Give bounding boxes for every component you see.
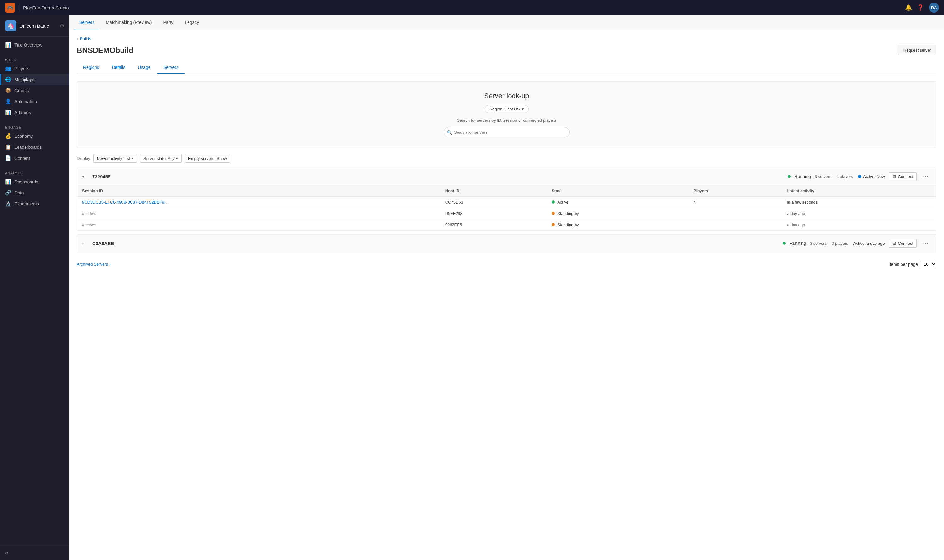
sidebar-item-groups[interactable]: 📦Groups bbox=[0, 85, 69, 96]
sidebar-item-data[interactable]: 🔗Data bbox=[0, 187, 69, 198]
economy-label: Economy bbox=[14, 134, 33, 139]
table-row: InactiveD5EF293Standing bya day ago bbox=[77, 208, 936, 219]
notification-icon[interactable]: 🔔 bbox=[905, 4, 912, 11]
chevron-down-icon: ▾ bbox=[522, 107, 524, 111]
tab-servers[interactable]: Servers bbox=[74, 15, 99, 30]
server-group-toggle-7329455[interactable]: ▾ bbox=[82, 174, 88, 179]
sidebar-collapse-btn[interactable]: « bbox=[0, 546, 69, 560]
user-avatar[interactable]: RA bbox=[929, 3, 939, 12]
region-selector: Region: East US ▾ bbox=[85, 105, 929, 113]
addons-icon: 📊 bbox=[5, 109, 11, 115]
search-input[interactable] bbox=[444, 127, 570, 137]
activity-filter-button[interactable]: Newer activity first ▾ bbox=[94, 154, 137, 163]
settings-icon[interactable]: ⚙ bbox=[60, 23, 64, 29]
state-dot-2 bbox=[551, 223, 555, 226]
breadcrumb[interactable]: ‹ Builds bbox=[77, 37, 936, 41]
sidebar-item-overview[interactable]: 📊 Title Overview bbox=[0, 39, 69, 50]
connect-button-C3A9AEE[interactable]: 🖥Connect bbox=[889, 239, 916, 248]
breadcrumb-arrow-icon: ‹ bbox=[77, 37, 78, 41]
more-button-7329455[interactable]: ⋯ bbox=[920, 172, 931, 181]
player-count-C3A9AEE: 0 players bbox=[832, 241, 849, 246]
logo-icon: 🎮 bbox=[7, 5, 13, 11]
archived-servers-link[interactable]: Archived Servers › bbox=[77, 262, 111, 266]
server-groups-container: ▾7329455Running3 servers4 playersActive:… bbox=[77, 168, 936, 252]
app-icon: 🦄 bbox=[5, 20, 16, 31]
activity-cell-2: a day ago bbox=[782, 219, 936, 231]
region-button[interactable]: Region: East US ▾ bbox=[485, 105, 528, 113]
state-dot-1 bbox=[551, 212, 555, 215]
multiplayer-icon: 🌐 bbox=[5, 77, 11, 82]
connect-button-7329455[interactable]: 🖥Connect bbox=[889, 172, 916, 181]
host-id-cell-2: 9962EE5 bbox=[440, 219, 547, 231]
state-filter-label: Server state: Any bbox=[143, 156, 175, 161]
server-lookup-panel: Server look-up Region: East US ▾ Search … bbox=[77, 82, 936, 148]
dashboards-label: Dashboards bbox=[14, 179, 38, 185]
state-cell-0: Active bbox=[547, 197, 688, 208]
sidebar-item-leaderboards[interactable]: 📋Leaderboards bbox=[0, 142, 69, 152]
sidebar-section-analyze: ANALYZE📊Dashboards🔗Data🔬Experiments bbox=[0, 166, 69, 212]
server-group-toggle-C3A9AEE[interactable]: › bbox=[82, 241, 88, 246]
help-icon[interactable]: ❓ bbox=[917, 4, 924, 11]
region-label: Region: East US bbox=[489, 107, 519, 111]
data-label: Data bbox=[14, 190, 24, 195]
content-tab-usage[interactable]: Usage bbox=[131, 62, 157, 74]
session-link-0[interactable]: 9CD8DCB5-EFC8-490B-8C87-DB4F52DBF9... bbox=[82, 200, 168, 205]
monitor-icon: 🖥 bbox=[892, 174, 896, 179]
session-id-cell-1: Inactive bbox=[77, 208, 440, 219]
players-icon: 👥 bbox=[5, 65, 11, 71]
players-cell-0: 4 bbox=[688, 197, 782, 208]
col-header-3: Players bbox=[688, 185, 782, 197]
content-tab-regions[interactable]: Regions bbox=[77, 62, 105, 74]
sidebar-item-addons[interactable]: 📊Add-ons bbox=[0, 107, 69, 118]
server-group-status-7329455: Running bbox=[795, 174, 811, 179]
sidebar-item-dashboards[interactable]: 📊Dashboards bbox=[0, 176, 69, 187]
server-group-C3A9AEE: ›C3A9AEERunning3 servers0 playersActive:… bbox=[77, 234, 936, 252]
automation-label: Automation bbox=[14, 99, 37, 104]
empty-filter-button[interactable]: Empty servers: Show bbox=[185, 154, 230, 163]
leaderboards-icon: 📋 bbox=[5, 144, 11, 150]
sidebar-section-engage: ENGAGE💰Economy📋Leaderboards📄Content bbox=[0, 120, 69, 166]
sidebar-section-build: BUILD👥Players🌐Multiplayer📦Groups👤Automat… bbox=[0, 53, 69, 120]
sidebar-section-label-build: BUILD bbox=[0, 55, 69, 63]
active-dot-7329455 bbox=[858, 175, 861, 178]
content-tab-details[interactable]: Details bbox=[105, 62, 131, 74]
display-label: Display bbox=[77, 156, 90, 161]
tab-legacy[interactable]: Legacy bbox=[180, 15, 204, 30]
sidebar-header: 🦄 Unicorn Battle ⚙ bbox=[0, 15, 69, 37]
server-group-7329455: ▾7329455Running3 servers4 playersActive:… bbox=[77, 168, 936, 231]
server-group-header-C3A9AEE: ›C3A9AEERunning3 servers0 playersActive:… bbox=[77, 235, 936, 252]
sidebar-item-automation[interactable]: 👤Automation bbox=[0, 96, 69, 107]
sidebar-item-multiplayer[interactable]: 🌐Multiplayer bbox=[0, 74, 69, 85]
sidebar-item-players[interactable]: 👥Players bbox=[0, 63, 69, 74]
sidebar-section-label-engage: ENGAGE bbox=[0, 123, 69, 131]
server-group-header-7329455: ▾7329455Running3 servers4 playersActive:… bbox=[77, 168, 936, 185]
archived-chevron-icon: › bbox=[109, 262, 111, 266]
experiments-icon: 🔬 bbox=[5, 201, 11, 207]
table-row: Inactive9962EE5Standing bya day ago bbox=[77, 219, 936, 231]
active-status-7329455: Active: Now bbox=[858, 174, 885, 179]
sidebar-item-content[interactable]: 📄Content bbox=[0, 152, 69, 164]
sidebar: 🦄 Unicorn Battle ⚙ 📊 Title Overview BUIL… bbox=[0, 15, 69, 560]
content-icon: 📄 bbox=[5, 155, 11, 161]
more-button-C3A9AEE[interactable]: ⋯ bbox=[920, 238, 931, 248]
request-server-button[interactable]: Request server bbox=[898, 45, 936, 55]
filter-bar: Display Newer activity first ▾ Server st… bbox=[77, 154, 936, 163]
players-cell-2 bbox=[688, 219, 782, 231]
tab-matchmaking[interactable]: Matchmaking (Preview) bbox=[101, 15, 157, 30]
table-row: 9CD8DCB5-EFC8-490B-8C87-DB4F52DBF9...CC7… bbox=[77, 197, 936, 208]
sidebar-item-economy[interactable]: 💰Economy bbox=[0, 131, 69, 142]
breadcrumb-label: Builds bbox=[80, 37, 91, 41]
multiplayer-label: Multiplayer bbox=[14, 77, 36, 82]
active-status-C3A9AEE: Active: a day ago bbox=[853, 241, 885, 246]
economy-icon: 💰 bbox=[5, 133, 11, 139]
tab-party[interactable]: Party bbox=[158, 15, 179, 30]
page-title: BNSDEMObuild bbox=[77, 46, 133, 55]
addons-label: Add-ons bbox=[14, 110, 31, 115]
inactive-label-2: Inactive bbox=[82, 222, 96, 227]
state-filter-button[interactable]: Server state: Any ▾ bbox=[140, 154, 182, 163]
content-tab-servers[interactable]: Servers bbox=[157, 62, 185, 74]
top-nav: 🎮 PlayFab Demo Studio 🔔 ❓ RA bbox=[0, 0, 944, 15]
sidebar-item-experiments[interactable]: 🔬Experiments bbox=[0, 198, 69, 209]
items-per-page-select[interactable]: 10 25 50 bbox=[920, 260, 936, 268]
empty-filter-label: Empty servers: Show bbox=[188, 156, 227, 161]
